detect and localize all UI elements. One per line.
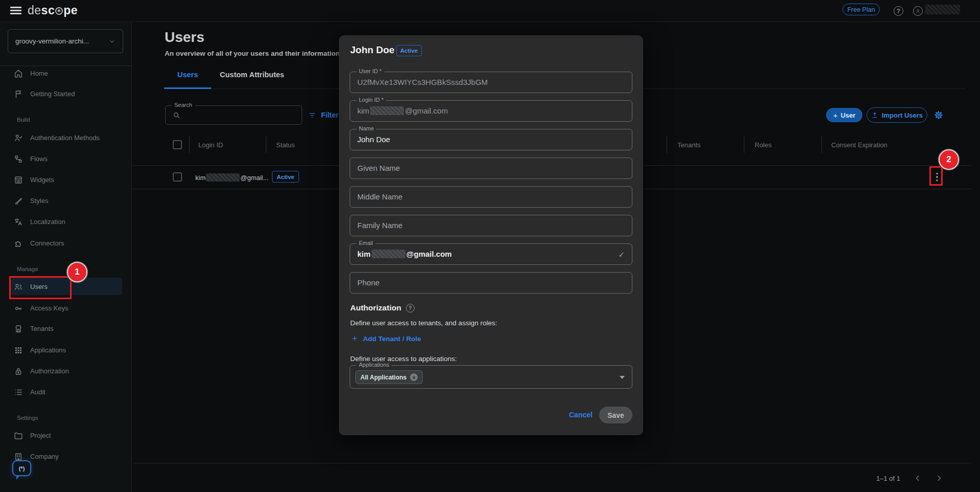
help-icon[interactable]: ?	[894, 6, 903, 16]
sidebar-item-widgets[interactable]: Widgets	[0, 169, 132, 190]
tenants-access-text: Define user access to tenants, and assig…	[350, 319, 497, 327]
column-divider	[822, 137, 822, 153]
chat-bubble-tail	[16, 475, 20, 480]
login-prefix: kim	[195, 174, 206, 182]
applications-grid-icon	[14, 346, 23, 355]
column-header-roles[interactable]: Roles	[755, 141, 771, 149]
middle-name-field[interactable]: Middle Name	[350, 186, 632, 208]
sidebar-item-label: Authorization	[30, 367, 69, 375]
column-divider	[266, 137, 266, 153]
column-header-consent-expiration[interactable]: Consent Expiration	[831, 141, 887, 149]
auth-methods-icon	[14, 133, 23, 143]
plus-icon: +	[833, 111, 838, 120]
pagination-next-icon[interactable]	[935, 474, 944, 483]
sidebar-item-label: Flows	[30, 155, 48, 163]
sidebar-section-settings: Settings	[17, 415, 38, 421]
sidebar-item-tenants[interactable]: Tenants	[0, 318, 132, 339]
field-placeholder: Middle Name	[357, 192, 402, 201]
sidebar-item-home[interactable]: Home	[0, 63, 132, 84]
field-label: Login ID *	[356, 97, 386, 103]
import-users-button[interactable]: Import Users	[867, 107, 927, 123]
search-input[interactable]	[165, 105, 302, 125]
sidebar-item-flows[interactable]: Flows	[0, 148, 132, 169]
localization-translate-icon	[14, 217, 23, 227]
chip-remove-icon[interactable]: ×	[410, 373, 418, 381]
field-value: John Doe	[357, 135, 390, 144]
authorization-section-heading: Authorization ?	[350, 303, 415, 312]
name-field[interactable]: Name John Doe	[350, 129, 632, 150]
sidebar-item-styles[interactable]: Styles	[0, 190, 132, 211]
field-label: Email	[356, 240, 376, 246]
widgets-icon	[14, 175, 23, 185]
modal-title: John Doe	[350, 44, 395, 56]
search-icon	[172, 111, 181, 120]
sidebar-item-audit[interactable]: Audit	[0, 382, 132, 402]
chat-widget-glyph: (*)	[19, 465, 25, 472]
filter-button[interactable]: Filter	[308, 111, 338, 119]
audit-list-icon	[14, 388, 23, 397]
account-name-redacted	[925, 5, 960, 14]
phone-field[interactable]: Phone	[350, 272, 632, 294]
add-tenant-role-button[interactable]: + Add Tenant / Role	[352, 333, 421, 344]
email-field[interactable]: Email kim @gmail.com ✓	[350, 243, 632, 265]
account-avatar-icon[interactable]	[913, 6, 923, 16]
cancel-button[interactable]: Cancel	[569, 411, 592, 419]
connectors-puzzle-icon	[14, 239, 23, 248]
company-building-icon	[14, 452, 23, 461]
sidebar-section-build: Build	[17, 117, 30, 123]
upload-icon	[871, 111, 878, 119]
column-header-login-id[interactable]: Login ID	[198, 141, 223, 149]
authorization-lock-icon	[14, 367, 23, 376]
sidebar-item-connectors[interactable]: Connectors	[0, 233, 132, 254]
sidebar-item-label: Audit	[30, 388, 45, 396]
add-tenant-role-label: Add Tenant / Role	[363, 335, 421, 343]
save-button[interactable]: Save	[599, 407, 632, 423]
tab-custom-attributes[interactable]: Custom Attributes	[220, 71, 284, 88]
family-name-field[interactable]: Family Name	[350, 215, 632, 236]
user-id-field[interactable]: User ID * U2fMvXe13WIYCs3HGBkSssd3JbGM	[350, 72, 632, 93]
settings-gear-icon[interactable]	[933, 109, 944, 121]
pagination-prev-icon[interactable]	[913, 474, 922, 483]
hamburger-menu-icon[interactable]	[10, 7, 21, 15]
sidebar-item-authentication-methods[interactable]: Authentication Methods	[0, 127, 132, 148]
sidebar-item-label: Getting Started	[30, 90, 75, 98]
applications-select[interactable]: Applications All Applications ×	[350, 365, 632, 389]
login-redacted	[206, 173, 240, 182]
sidebar-item-label: Applications	[30, 346, 66, 354]
sidebar-item-label: Connectors	[30, 239, 64, 247]
access-keys-icon	[14, 304, 23, 313]
given-name-field[interactable]: Given Name	[350, 158, 632, 179]
sidebar-item-getting-started[interactable]: Getting Started	[0, 83, 132, 104]
filter-label: Filter	[321, 111, 338, 119]
add-user-label: User	[840, 111, 855, 119]
field-placeholder: Family Name	[357, 221, 402, 230]
sidebar-item-label: Project	[30, 432, 51, 439]
status-badge: Active	[272, 171, 299, 183]
annotation-step-1: 1	[67, 262, 87, 282]
column-header-status[interactable]: Status	[276, 141, 295, 149]
sidebar-item-project[interactable]: Project	[0, 425, 132, 446]
column-header-tenants[interactable]: Tenants	[677, 141, 701, 149]
select-all-checkbox[interactable]	[173, 140, 182, 149]
free-plan-button[interactable]: Free Plan	[842, 4, 880, 15]
column-divider	[189, 137, 190, 153]
field-label: Name	[356, 125, 376, 131]
field-placeholder: Phone	[357, 278, 379, 287]
login-id-field[interactable]: Login ID * kim @gmail.com	[350, 100, 632, 122]
add-user-button[interactable]: + User	[826, 108, 862, 122]
sidebar-item-authorization[interactable]: Authorization	[0, 361, 132, 382]
row-checkbox[interactable]	[173, 172, 182, 182]
authorization-help-icon[interactable]: ?	[406, 304, 415, 312]
sidebar-item-label: Styles	[30, 197, 48, 205]
sidebar-item-localization[interactable]: Localization	[0, 211, 132, 232]
tab-users[interactable]: Users	[177, 71, 198, 88]
project-selector[interactable]: groovy-vermilion-archi...	[8, 29, 123, 53]
login-suffix: @gmail...	[240, 174, 268, 182]
descope-logo: desc✱pe	[28, 4, 78, 17]
column-divider	[744, 137, 744, 153]
sidebar-item-access-keys[interactable]: Access Keys	[0, 298, 132, 319]
annotation-step-2: 2	[939, 149, 959, 170]
chat-widget-button[interactable]: (*)	[12, 460, 31, 476]
sidebar-item-applications[interactable]: Applications	[0, 340, 132, 361]
all-applications-chip: All Applications ×	[355, 370, 423, 384]
